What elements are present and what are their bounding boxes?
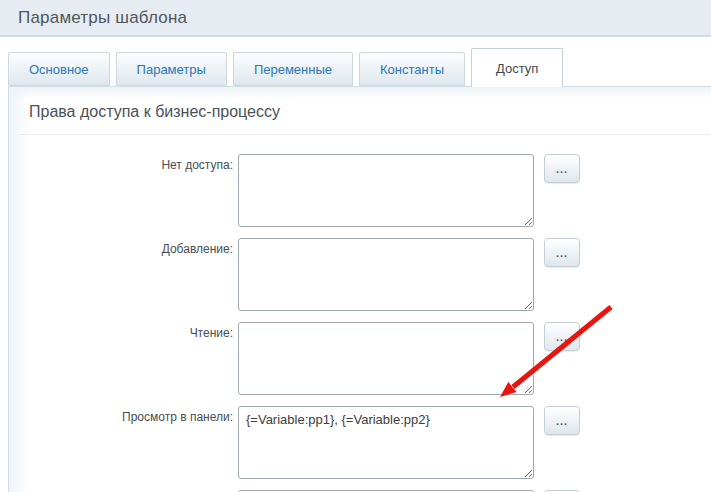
page-title: Параметры шаблона (18, 8, 187, 28)
tab-constants[interactable]: Константы (359, 52, 465, 86)
field-label: Чтение: (9, 322, 233, 340)
tab-access[interactable]: Доступ (471, 48, 563, 87)
field-row-read: Чтение: ... (9, 322, 711, 395)
no-access-picker-button[interactable]: ... (544, 154, 580, 183)
field-row-panel-view: Просмотр в панели: {=Variable:pp1}, {=Va… (9, 406, 711, 479)
no-access-textarea[interactable] (238, 154, 534, 227)
access-rights-form: Нет доступа: ... Добавление: ... Чтение:… (9, 135, 711, 492)
add-picker-button[interactable]: ... (544, 238, 580, 267)
field-label: Нет доступа: (9, 154, 233, 172)
panel-view-picker-button[interactable]: ... (544, 406, 580, 435)
tab-main[interactable]: Основное (8, 52, 110, 86)
field-row-no-access: Нет доступа: ... (9, 154, 711, 227)
tab-bar: Основное Параметры Переменные Константы … (8, 48, 711, 86)
field-label: Просмотр в панели: (9, 406, 233, 424)
section-title: Права доступа к бизнес-процессу (19, 87, 711, 135)
read-picker-button[interactable]: ... (544, 322, 580, 351)
tab-parameters[interactable]: Параметры (116, 52, 227, 86)
field-row-add: Добавление: ... (9, 238, 711, 311)
tab-content-panel: Права доступа к бизнес-процессу Нет дост… (8, 86, 711, 492)
read-textarea[interactable] (238, 322, 534, 395)
add-textarea[interactable] (238, 238, 534, 311)
panel-view-textarea[interactable]: {=Variable:pp1}, {=Variable:pp2} (238, 406, 534, 479)
template-parameters-window: Параметры шаблона Основное Параметры Пер… (0, 0, 711, 492)
field-label: Добавление: (9, 238, 233, 256)
tab-variables[interactable]: Переменные (233, 52, 353, 86)
window-titlebar: Параметры шаблона (0, 0, 711, 37)
